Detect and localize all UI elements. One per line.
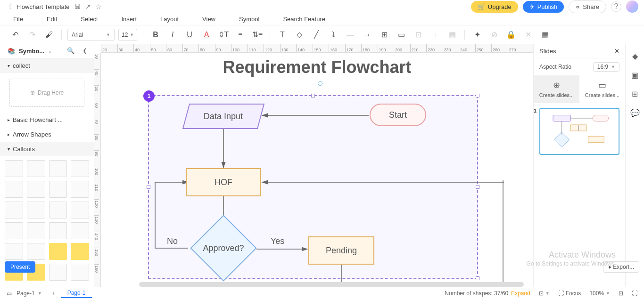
close-icon[interactable]: ✕ [614,48,619,55]
slide-thumb-1[interactable]: 1 [539,108,619,155]
focus-button[interactable]: ⛶ Focus [558,290,581,297]
shape-thumb[interactable] [49,160,67,177]
back-icon[interactable]: 〈 [6,2,12,11]
menu-view[interactable]: View [202,16,215,23]
resize-handle[interactable] [476,276,479,280]
brush-icon[interactable]: 🖌 [42,28,56,41]
fill-icon[interactable]: ◇ [293,28,306,41]
search-icon[interactable]: 🔍 [67,47,74,56]
shape-thumb[interactable] [5,160,23,177]
avatar[interactable] [626,0,638,13]
shape-thumb[interactable] [27,243,45,260]
canvas-area[interactable]: 2030405060708090100110120130140150160170… [94,44,533,287]
node-hof[interactable]: HOF [186,168,261,196]
section-collect[interactable]: ▾collect [0,58,94,73]
section-arrow[interactable]: ▸Arrow Shapes [0,127,94,142]
container-icon[interactable]: ▭ [395,28,408,41]
menu-edit[interactable]: Edit [47,16,57,23]
upgrade-button[interactable]: 🛒 Upgrade [471,1,518,13]
library-icon[interactable]: 📚 [8,48,15,55]
node-pending[interactable]: Pending [308,236,374,265]
line-color-icon[interactable]: ╱ [310,28,323,41]
fullscreen-icon[interactable]: ⛶ [632,290,637,297]
rotate-handle[interactable] [318,81,322,86]
present-button[interactable]: Present [5,261,35,273]
lock-icon[interactable]: 🔒 [504,28,518,41]
page-tab-1[interactable]: Page-1 [61,289,92,298]
menu-insert[interactable]: Insert [122,16,137,23]
fit-icon[interactable]: ⊡ [619,290,623,297]
menu-search[interactable]: Search Feature [283,16,325,23]
resize-handle[interactable] [476,185,479,189]
view-toggle-icon[interactable]: ⊡ ▼ [539,290,550,297]
line-style-icon[interactable]: — [344,28,357,41]
comment-icon[interactable]: 💬 [630,107,640,118]
shape-thumb[interactable] [27,202,45,218]
crop-icon[interactable]: ⊘ [487,28,501,41]
menu-file[interactable]: File [13,16,23,23]
resize-handle[interactable] [311,94,315,97]
shape-thumb[interactable] [71,202,89,218]
bold-icon[interactable]: B [149,28,162,41]
share-button[interactable]: ∝ Share [569,0,606,13]
resize-handle[interactable] [147,185,150,189]
ai-icon[interactable]: ▣ [630,70,640,80]
shape-thumb[interactable] [5,243,23,260]
underline-icon[interactable]: U [183,28,196,41]
menu-layout[interactable]: Layout [160,16,179,23]
shape-thumb[interactable] [49,181,67,198]
undo-icon[interactable]: ↶ [8,28,22,41]
connector-icon[interactable]: ⤵ [327,28,340,41]
node-start[interactable]: Start [370,104,426,126]
page-selector[interactable]: Page-1 ▼ [17,290,42,297]
theme-icon[interactable]: ◆ [630,51,640,61]
effects-icon[interactable]: ✦ [471,28,484,41]
line-spacing-icon[interactable]: ⇅≡ [251,28,264,41]
group-icon[interactable]: ⊡ [412,28,425,41]
font-color-icon[interactable]: A [200,28,213,41]
tools-icon[interactable]: ✕ [521,28,535,41]
shape-thumb[interactable] [49,202,67,218]
node-approved[interactable]: Approved? [186,225,261,272]
collapse-icon[interactable]: 《 [80,47,86,56]
save-icon[interactable]: 🖫 [74,3,81,10]
shape-thumb[interactable] [71,160,89,177]
add-page-icon[interactable]: ＋ [50,289,56,297]
apps-icon[interactable]: ⊞ [630,89,640,99]
italic-icon[interactable]: I [166,28,179,41]
create-slides-auto-button[interactable]: ⊕Create slides... [534,75,579,103]
export-button[interactable]: ♦ Export... [603,261,639,273]
ratio-select[interactable]: 16:9▼ [593,62,619,72]
scrollbar-h[interactable] [139,282,524,287]
shape-thumb[interactable] [49,243,67,260]
section-callouts[interactable]: ▾Callouts [0,142,94,156]
open-external-icon[interactable]: ↗ [85,3,91,10]
shape-thumb[interactable] [27,222,45,239]
help-icon[interactable]: ? [611,1,621,12]
menu-select[interactable]: Select [81,16,98,23]
chevron-down-icon[interactable]: ⌄ [48,48,52,54]
table-icon[interactable]: ▦ [538,28,552,41]
zoom-control[interactable]: 100% ▼ [589,290,610,297]
arrow-style-icon[interactable]: → [361,28,374,41]
section-basic[interactable]: ▸Basic Flowchart ... [0,113,94,127]
layer-icon[interactable]: ▦ [446,28,459,41]
shape-thumb[interactable] [71,264,89,281]
publish-button[interactable]: ✈ Publish [523,1,564,13]
drag-here-box[interactable]: ⊕ Drag Here [9,79,84,107]
distribute-icon[interactable]: ⊞ [378,28,391,41]
menu-symbol[interactable]: Symbol [239,16,259,23]
star-icon[interactable]: ☆ [96,3,102,10]
resize-handle[interactable] [476,94,479,97]
font-select[interactable]: Arial▼ [67,29,115,41]
canvas[interactable]: Requirement Flowchart 1 Start Data Input [101,53,533,287]
node-data-input[interactable]: Data Input [182,104,264,129]
shape-thumb[interactable] [71,243,89,260]
text-tool-icon[interactable]: T [276,28,289,41]
shape-thumb[interactable] [27,160,45,177]
create-slides-manual-button[interactable]: ▭Create slides... [579,75,625,103]
shape-thumb[interactable] [49,222,67,239]
size-select[interactable]: 12▼ [118,29,137,41]
align-left-icon[interactable]: ≡ [234,28,247,41]
expand-link[interactable]: Expand [511,290,530,297]
